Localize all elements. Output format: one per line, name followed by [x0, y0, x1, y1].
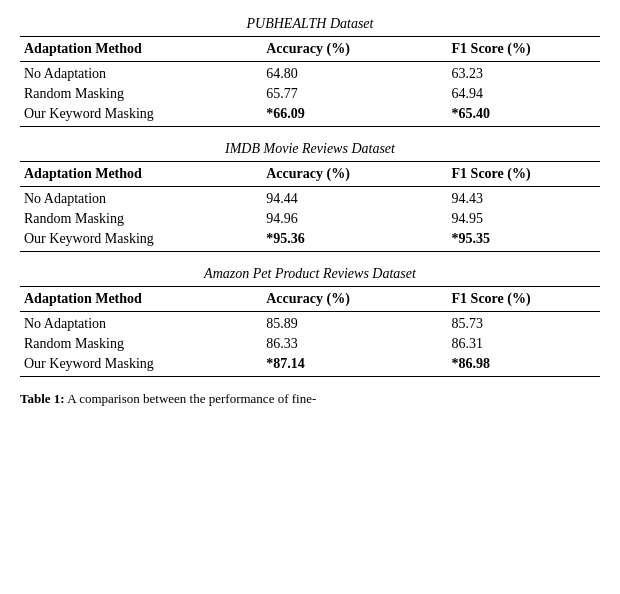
- accuracy-cell: 64.80: [236, 62, 421, 85]
- imdb-table: Adaptation Method Accuracy (%) F1 Score …: [20, 161, 600, 252]
- col-f1-2: F1 Score (%): [422, 162, 600, 187]
- col-method-1: Adaptation Method: [20, 37, 236, 62]
- f1-cell: 94.95: [422, 209, 600, 229]
- col-f1-3: F1 Score (%): [422, 287, 600, 312]
- method-cell: Our Keyword Masking: [20, 354, 236, 377]
- f1-cell: *65.40: [422, 104, 600, 127]
- method-cell: No Adaptation: [20, 62, 236, 85]
- accuracy-cell: 86.33: [236, 334, 421, 354]
- amazon-header-row: Adaptation Method Accuracy (%) F1 Score …: [20, 287, 600, 312]
- method-cell: Random Masking: [20, 209, 236, 229]
- col-accuracy-1: Accuracy (%): [236, 37, 421, 62]
- f1-cell: 64.94: [422, 84, 600, 104]
- col-method-2: Adaptation Method: [20, 162, 236, 187]
- table-row: Our Keyword Masking *66.09 *65.40: [20, 104, 600, 127]
- pubhealth-header-row: Adaptation Method Accuracy (%) F1 Score …: [20, 37, 600, 62]
- accuracy-cell: *66.09: [236, 104, 421, 127]
- table-row: No Adaptation 64.80 63.23: [20, 62, 600, 85]
- accuracy-cell: 94.96: [236, 209, 421, 229]
- method-cell: Random Masking: [20, 334, 236, 354]
- pubhealth-table: Adaptation Method Accuracy (%) F1 Score …: [20, 36, 600, 127]
- method-cell: No Adaptation: [20, 187, 236, 210]
- pubhealth-title: PUBHEALTH Dataset: [20, 10, 600, 36]
- page-container: PUBHEALTH Dataset Adaptation Method Accu…: [20, 10, 600, 407]
- f1-cell: *95.35: [422, 229, 600, 252]
- amazon-title: Amazon Pet Product Reviews Dataset: [20, 260, 600, 286]
- accuracy-cell: 94.44: [236, 187, 421, 210]
- method-cell: Our Keyword Masking: [20, 104, 236, 127]
- col-accuracy-3: Accuracy (%): [236, 287, 421, 312]
- table-row: Random Masking 86.33 86.31: [20, 334, 600, 354]
- imdb-section: IMDB Movie Reviews Dataset Adaptation Me…: [20, 135, 600, 252]
- table-caption: Table 1: A comparison between the perfor…: [20, 385, 600, 407]
- f1-cell: 63.23: [422, 62, 600, 85]
- col-method-3: Adaptation Method: [20, 287, 236, 312]
- accuracy-cell: 85.89: [236, 312, 421, 335]
- amazon-section: Amazon Pet Product Reviews Dataset Adapt…: [20, 260, 600, 377]
- f1-cell: 86.31: [422, 334, 600, 354]
- imdb-title: IMDB Movie Reviews Dataset: [20, 135, 600, 161]
- pubhealth-section: PUBHEALTH Dataset Adaptation Method Accu…: [20, 10, 600, 127]
- accuracy-cell: 65.77: [236, 84, 421, 104]
- table-row: No Adaptation 85.89 85.73: [20, 312, 600, 335]
- caption-text: A comparison between the performance of …: [65, 391, 317, 406]
- amazon-table: Adaptation Method Accuracy (%) F1 Score …: [20, 286, 600, 377]
- table-row: Our Keyword Masking *95.36 *95.35: [20, 229, 600, 252]
- f1-cell: 85.73: [422, 312, 600, 335]
- caption-label: Table 1:: [20, 391, 65, 406]
- table-row: Our Keyword Masking *87.14 *86.98: [20, 354, 600, 377]
- method-cell: Our Keyword Masking: [20, 229, 236, 252]
- f1-cell: 94.43: [422, 187, 600, 210]
- table-row: Random Masking 94.96 94.95: [20, 209, 600, 229]
- accuracy-cell: *87.14: [236, 354, 421, 377]
- imdb-header-row: Adaptation Method Accuracy (%) F1 Score …: [20, 162, 600, 187]
- accuracy-cell: *95.36: [236, 229, 421, 252]
- method-cell: Random Masking: [20, 84, 236, 104]
- table-row: No Adaptation 94.44 94.43: [20, 187, 600, 210]
- col-f1-1: F1 Score (%): [422, 37, 600, 62]
- method-cell: No Adaptation: [20, 312, 236, 335]
- col-accuracy-2: Accuracy (%): [236, 162, 421, 187]
- table-row: Random Masking 65.77 64.94: [20, 84, 600, 104]
- f1-cell: *86.98: [422, 354, 600, 377]
